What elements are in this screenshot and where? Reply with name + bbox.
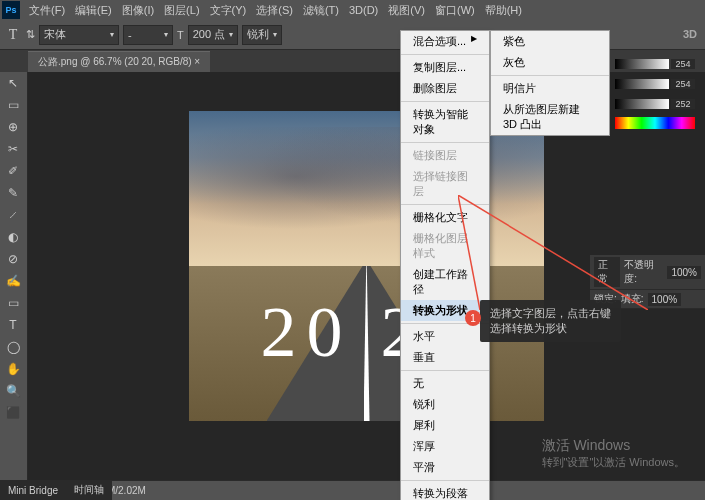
- menu-3d[interactable]: 3D(D): [344, 4, 383, 16]
- toolbox: ↖ ▭ ⊕ ✂ ✐ ✎ ⟋ ◐ ⊘ ✍ ▭ T ◯ ✋ 🔍 ⬛: [0, 72, 28, 480]
- annotation-line1: 选择文字图层，点击右键: [490, 306, 611, 321]
- g-value[interactable]: 254: [671, 79, 695, 89]
- menu-file[interactable]: 文件(F): [24, 3, 70, 18]
- clouds-bg: [189, 127, 544, 251]
- annotation-badge: 1: [465, 310, 481, 326]
- g-slider[interactable]: [615, 79, 669, 89]
- swatch-tool[interactable]: ⬛: [0, 402, 26, 424]
- direction-toggle-icon[interactable]: ⇅: [26, 28, 35, 41]
- three-d-icon[interactable]: 3D: [683, 28, 697, 40]
- marquee-tool[interactable]: ▭: [0, 94, 26, 116]
- context-menu-item[interactable]: 水平: [401, 326, 489, 347]
- menu-edit[interactable]: 编辑(E): [70, 3, 117, 18]
- r-value[interactable]: 254: [671, 59, 695, 69]
- menubar: Ps 文件(F) 编辑(E) 图像(I) 图层(L) 文字(Y) 选择(S) 滤…: [0, 0, 705, 20]
- antialias-dropdown[interactable]: 锐利▾: [242, 25, 282, 45]
- annotation-line2: 选择转换为形状: [490, 321, 611, 336]
- fill-value[interactable]: 100%: [648, 293, 682, 306]
- b-value[interactable]: 252: [671, 99, 695, 109]
- submenu-item[interactable]: 从所选图层新建 3D 凸出: [491, 99, 609, 135]
- context-menu-item[interactable]: 浑厚: [401, 436, 489, 457]
- document-tab[interactable]: 公路.png @ 66.7% (20 20, RGB/8) ×: [28, 51, 210, 72]
- gradient-tool[interactable]: ◐: [0, 226, 26, 248]
- brush-tool[interactable]: ✎: [0, 182, 26, 204]
- color-spectrum[interactable]: [615, 117, 695, 129]
- menu-help[interactable]: 帮助(H): [480, 3, 527, 18]
- context-menu-item: 链接图层: [401, 145, 489, 166]
- pen-tool[interactable]: ✍: [0, 270, 26, 292]
- menu-select[interactable]: 选择(S): [251, 3, 298, 18]
- context-menu-item: 栅格化图层样式: [401, 228, 489, 264]
- canvas[interactable]: 20 20: [189, 111, 544, 421]
- context-menu-item: 选择链接图层: [401, 166, 489, 202]
- eyedropper-tool[interactable]: ✐: [0, 160, 26, 182]
- lasso-tool[interactable]: ⊕: [0, 116, 26, 138]
- context-menu-item[interactable]: 垂直: [401, 347, 489, 368]
- submenu-item[interactable]: 灰色: [491, 52, 609, 73]
- menu-image[interactable]: 图像(I): [117, 3, 159, 18]
- menu-view[interactable]: 视图(V): [383, 3, 430, 18]
- zoom-tool[interactable]: 🔍: [0, 380, 26, 402]
- context-menu-item[interactable]: 转换为段落文本: [401, 483, 489, 500]
- annotation-tooltip: 选择文字图层，点击右键 选择转换为形状: [480, 300, 621, 342]
- move-tool[interactable]: ↖: [0, 72, 26, 94]
- context-menu-item[interactable]: 删除图层: [401, 78, 489, 99]
- context-menu-item[interactable]: 复制图层...: [401, 57, 489, 78]
- submenu-item[interactable]: 紫色: [491, 31, 609, 52]
- type-tool[interactable]: T: [0, 314, 26, 336]
- crop-tool[interactable]: ✂: [0, 138, 26, 160]
- opacity-label: 不透明度:: [624, 258, 663, 286]
- watermark-sub: 转到"设置"以激活 Windows。: [542, 455, 686, 470]
- size-label: T: [177, 29, 184, 41]
- r-slider[interactable]: [615, 59, 669, 69]
- dodge-tool[interactable]: ⊘: [0, 248, 26, 270]
- context-menu-item[interactable]: 平滑: [401, 457, 489, 478]
- context-menu-item[interactable]: 无: [401, 373, 489, 394]
- fill-label: 填充:: [621, 292, 644, 306]
- submenu-item[interactable]: 明信片: [491, 78, 609, 99]
- context-submenu: 紫色灰色明信片从所选图层新建 3D 凸出: [490, 30, 610, 136]
- context-menu-item[interactable]: 栅格化文字: [401, 207, 489, 228]
- bottom-tabs: Mini Bridge 时间轴: [0, 480, 112, 500]
- menu-layer[interactable]: 图层(L): [159, 3, 204, 18]
- menu-filter[interactable]: 滤镜(T): [298, 3, 344, 18]
- context-menu-item[interactable]: 转换为智能对象: [401, 104, 489, 140]
- font-family-dropdown[interactable]: 宋体▾: [39, 25, 119, 45]
- context-menu: 混合选项...复制图层...删除图层转换为智能对象链接图层选择链接图层栅格化文字…: [400, 30, 490, 500]
- clone-tool[interactable]: ⟋: [0, 204, 26, 226]
- watermark-title: 激活 Windows: [542, 437, 686, 455]
- tab-minibridge[interactable]: Mini Bridge: [0, 485, 66, 496]
- context-menu-item[interactable]: 创建工作路径: [401, 264, 489, 300]
- b-slider[interactable]: [615, 99, 669, 109]
- context-menu-item[interactable]: 混合选项...: [401, 31, 489, 52]
- font-style-dropdown[interactable]: -▾: [123, 25, 173, 45]
- windows-watermark: 激活 Windows 转到"设置"以激活 Windows。: [542, 437, 686, 470]
- opacity-value[interactable]: 100%: [667, 266, 701, 279]
- blend-mode-dropdown[interactable]: 正常: [594, 257, 620, 287]
- menu-window[interactable]: 窗口(W): [430, 3, 480, 18]
- context-menu-item[interactable]: 犀利: [401, 415, 489, 436]
- close-icon[interactable]: ×: [194, 56, 200, 67]
- tab-timeline[interactable]: 时间轴: [66, 483, 112, 497]
- font-size-dropdown[interactable]: 200 点▾: [188, 25, 238, 45]
- path-tool[interactable]: ◯: [0, 336, 26, 358]
- hand-tool[interactable]: ✋: [0, 358, 26, 380]
- text-tool-icon: T: [4, 26, 22, 44]
- color-sliders: 254 254 252: [615, 55, 695, 129]
- app-logo: Ps: [2, 1, 20, 19]
- shape-tool[interactable]: ▭: [0, 292, 26, 314]
- context-menu-item[interactable]: 锐利: [401, 394, 489, 415]
- menu-type[interactable]: 文字(Y): [205, 3, 252, 18]
